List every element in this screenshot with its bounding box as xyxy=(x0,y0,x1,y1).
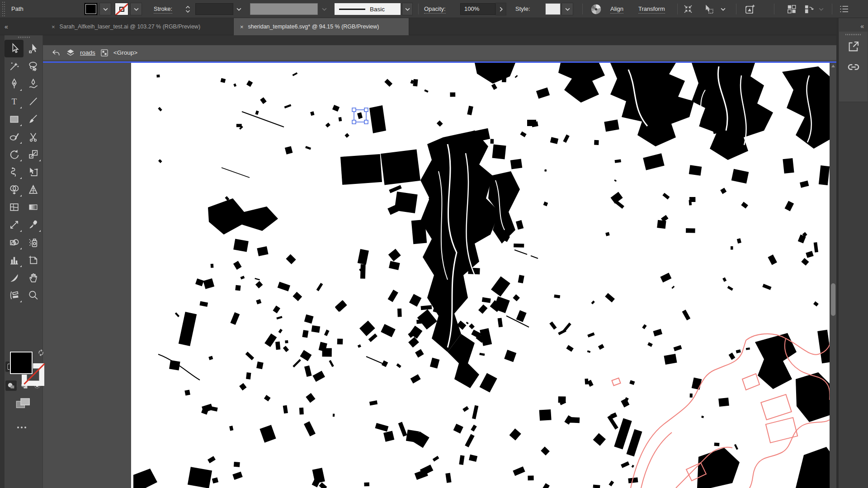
fill-color-swatch[interactable] xyxy=(84,3,98,15)
direct-selection-tool[interactable] xyxy=(24,40,42,57)
opacity-panel-link[interactable]: Opacity: xyxy=(424,0,446,18)
magic-wand-tool[interactable] xyxy=(5,57,24,75)
lasso-tool[interactable] xyxy=(24,57,42,75)
brush-stroke-preview xyxy=(339,9,365,10)
width-profile-dropdown[interactable] xyxy=(250,3,318,15)
shaper-tool[interactable] xyxy=(5,128,24,145)
scissors-tool[interactable] xyxy=(24,128,42,145)
tab-title: sheridan_template6.svg* @ 94.15 % (RGB/P… xyxy=(248,23,379,30)
zoom-tool[interactable] xyxy=(24,286,42,304)
stroke-width-field[interactable] xyxy=(195,3,233,15)
select-similar-objects-icon[interactable] xyxy=(701,3,716,15)
screen-mode-icon[interactable] xyxy=(15,397,32,413)
pen-tool[interactable] xyxy=(5,75,24,93)
links-panel-icon[interactable] xyxy=(846,60,861,76)
perspective-grid-tool[interactable] xyxy=(24,181,42,198)
control-bar: Path Stroke: Basic xyxy=(0,0,868,18)
curvature-tool[interactable] xyxy=(24,75,42,93)
select-similar-chevron[interactable] xyxy=(718,3,728,15)
expand-panels-button[interactable]: « xyxy=(860,23,863,30)
flyout-indicator xyxy=(20,248,22,249)
hand-tool[interactable] xyxy=(24,269,42,286)
arrange-documents-chevron[interactable] xyxy=(816,3,826,15)
flyout-indicator xyxy=(20,124,22,126)
stroke-panel-link[interactable]: Stroke: xyxy=(154,0,172,18)
mesh-tool[interactable] xyxy=(5,198,24,216)
opacity-submenu-arrow[interactable] xyxy=(495,3,506,15)
control-bar-grip[interactable] xyxy=(2,2,5,16)
flyout-indicator xyxy=(20,160,22,161)
exit-isolation-back-icon[interactable] xyxy=(51,48,61,58)
selection-bounding-box[interactable] xyxy=(352,108,368,124)
fill-indicator-black[interactable] xyxy=(10,352,33,374)
artboard-canvas[interactable] xyxy=(131,63,830,488)
flyout-indicator xyxy=(20,230,22,232)
free-transform-tool[interactable] xyxy=(24,163,42,181)
rotate-tool[interactable] xyxy=(5,145,24,163)
breadcrumb-layer-name[interactable]: roads xyxy=(80,49,95,56)
collapse-tools-panel-button[interactable]: « xyxy=(5,23,8,30)
map-artwork[interactable] xyxy=(131,63,830,488)
gradient-tool[interactable] xyxy=(24,198,42,216)
shape-builder-tool[interactable] xyxy=(5,181,24,198)
symbol-sprayer-tool[interactable] xyxy=(24,234,42,251)
artboard-tool[interactable] xyxy=(24,251,42,269)
type-tool[interactable]: T xyxy=(5,93,24,110)
align-panel-link[interactable]: Align xyxy=(610,0,623,18)
stroke-width-stepper[interactable] xyxy=(183,3,193,15)
scrollbar-thumb[interactable] xyxy=(831,283,835,316)
illustrator-window: Path Stroke: Basic xyxy=(0,0,868,488)
tab-title: Sarah_Alfkeih_laser_test.ai @ 103.27 % (… xyxy=(60,23,200,30)
arrange-documents-icon[interactable] xyxy=(802,3,816,15)
rectangle-tool[interactable] xyxy=(5,110,24,128)
menu-list-icon[interactable] xyxy=(837,3,851,15)
selection-tool[interactable] xyxy=(5,40,24,57)
panel-grip[interactable] xyxy=(845,34,861,35)
flyout-indicator xyxy=(20,195,22,197)
swap-fill-stroke-icon[interactable] xyxy=(37,349,45,357)
graphic-style-swatch[interactable] xyxy=(545,3,561,15)
vectorize-icon[interactable] xyxy=(742,3,758,15)
group-icon xyxy=(100,48,109,57)
selection-handle xyxy=(364,120,368,124)
document-tab-inactive[interactable]: × Sarah_Alfkeih_laser_test.ai @ 103.27 %… xyxy=(45,18,234,35)
blend-tool[interactable] xyxy=(5,234,24,251)
stroke-color-dropdown[interactable] xyxy=(130,3,142,15)
scroll-up-icon[interactable] xyxy=(831,65,835,67)
measure-tool[interactable] xyxy=(5,216,24,234)
recolor-artwork-icon[interactable] xyxy=(589,3,603,15)
chevron-down-icon xyxy=(405,8,410,11)
edit-toolbar-ellipsis[interactable] xyxy=(17,427,26,428)
transform-panel-link[interactable]: Transform xyxy=(638,0,665,18)
close-tab-icon[interactable]: × xyxy=(240,23,244,30)
puppet-warp-tool[interactable] xyxy=(5,163,24,181)
line-segment-tool[interactable] xyxy=(24,93,42,110)
stroke-color-swatch[interactable] xyxy=(115,3,128,15)
document-tab-active[interactable]: × sheridan_template6.svg* @ 94.15 % (RGB… xyxy=(234,18,409,35)
fill-color-dropdown[interactable] xyxy=(99,3,111,15)
warp-tool[interactable] xyxy=(5,286,24,304)
isolate-selected-object-icon[interactable] xyxy=(681,3,695,15)
eyedropper-tool[interactable] xyxy=(24,216,42,234)
brush-dropdown-chevron[interactable] xyxy=(402,3,413,15)
chevron-down-icon xyxy=(721,8,726,11)
opacity-field[interactable]: 100% xyxy=(460,3,495,15)
vertical-scrollbar[interactable] xyxy=(830,63,836,488)
column-graph-tool[interactable] xyxy=(5,251,24,269)
tools-panel: T xyxy=(5,35,43,488)
scale-tool[interactable] xyxy=(24,145,42,163)
export-panel-icon[interactable] xyxy=(847,40,860,55)
width-profile-chevron[interactable] xyxy=(319,3,329,15)
collapsed-panel-strip xyxy=(839,32,868,102)
stroke-width-dropdown[interactable] xyxy=(234,3,244,15)
workspace-grid-icon[interactable] xyxy=(785,3,798,15)
paintbrush-tool[interactable] xyxy=(24,110,42,128)
draw-normal-button[interactable] xyxy=(5,380,17,391)
none-slash-icon xyxy=(115,3,128,15)
close-tab-icon[interactable]: × xyxy=(52,23,55,30)
knife-tool[interactable] xyxy=(5,269,24,286)
selection-type-label: Path xyxy=(11,0,24,18)
brush-definition-dropdown[interactable]: Basic xyxy=(335,3,401,15)
graphic-style-dropdown[interactable] xyxy=(561,3,573,15)
tools-panel-grip[interactable] xyxy=(18,37,30,38)
